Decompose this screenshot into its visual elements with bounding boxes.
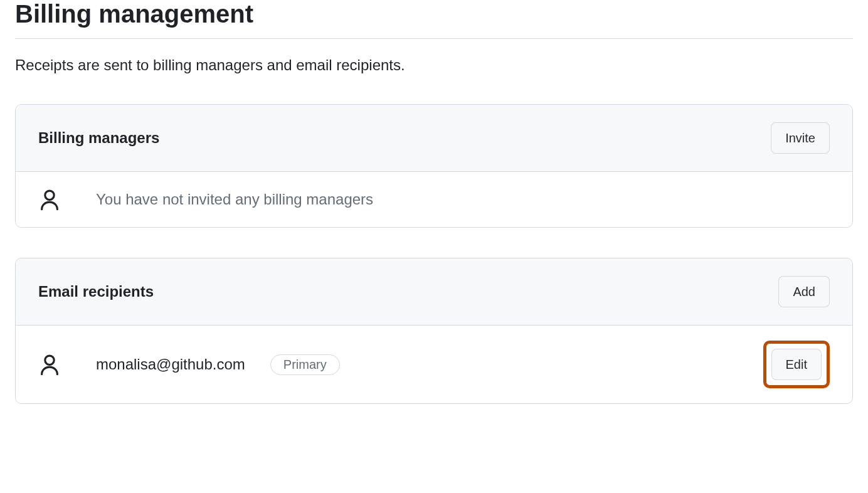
email-recipients-panel: Email recipients Add monalisa@github.com… bbox=[15, 258, 853, 404]
page-title: Billing management bbox=[15, 0, 853, 39]
recipient-email: monalisa@github.com bbox=[96, 356, 245, 373]
email-recipients-title: Email recipients bbox=[38, 283, 154, 300]
billing-managers-header: Billing managers Invite bbox=[16, 105, 852, 172]
invite-button[interactable]: Invite bbox=[771, 122, 830, 154]
add-button[interactable]: Add bbox=[778, 276, 830, 307]
email-recipient-row: monalisa@github.com Primary Edit bbox=[16, 326, 852, 403]
svg-point-0 bbox=[45, 191, 54, 199]
edit-highlight: Edit bbox=[763, 341, 830, 388]
billing-managers-empty-text: You have not invited any billing manager… bbox=[96, 191, 373, 208]
person-icon bbox=[38, 187, 61, 212]
billing-managers-title: Billing managers bbox=[38, 129, 159, 147]
svg-point-1 bbox=[45, 356, 54, 364]
billing-managers-empty-row: You have not invited any billing manager… bbox=[16, 172, 852, 227]
edit-button[interactable]: Edit bbox=[771, 349, 822, 380]
person-icon bbox=[38, 352, 61, 377]
primary-badge: Primary bbox=[270, 354, 340, 375]
billing-managers-panel: Billing managers Invite You have not inv… bbox=[15, 104, 853, 228]
page-description: Receipts are sent to billing managers an… bbox=[15, 56, 853, 74]
email-recipients-header: Email recipients Add bbox=[16, 258, 852, 326]
